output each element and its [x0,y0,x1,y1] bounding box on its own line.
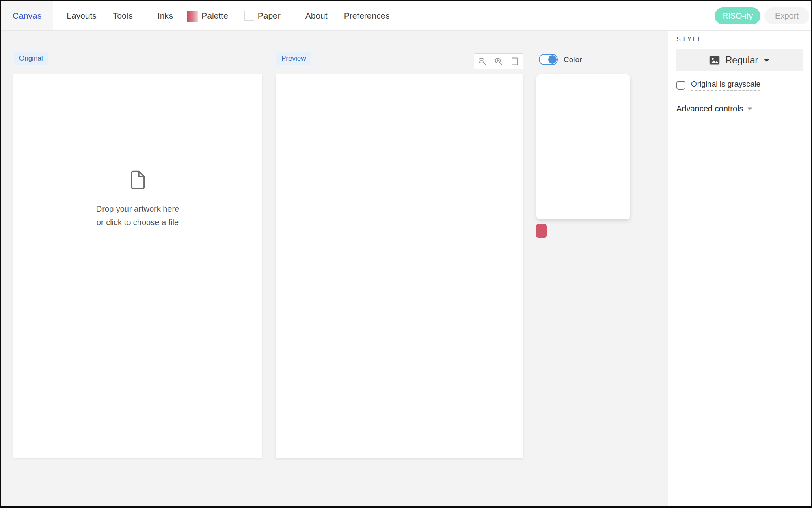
tab-tools[interactable]: Tools [113,11,133,21]
tab-canvas-label: Canvas [13,11,41,21]
risoify-button[interactable]: RISO-ify [715,7,760,24]
actual-size-button[interactable] [507,54,523,69]
dropzone-line2: or click to choose a file [96,216,179,229]
image-icon [709,54,720,66]
zoom-in-button[interactable] [490,54,506,69]
preview-zoom-controls [474,53,523,69]
preview-badge: Preview [276,52,311,65]
nav-divider [293,7,293,24]
preview-canvas [276,74,523,458]
zoom-in-icon [494,56,503,66]
style-sidebar: STYLE Regular Original is grayscale Adva… [668,31,811,506]
color-toggle-label: Color [564,55,582,64]
zoom-out-button[interactable] [474,54,490,69]
color-toggle-knob [548,55,557,64]
nav-divider [145,7,145,24]
palette-preview-card [536,74,630,219]
main-area: Original Drop your artwork here or click… [1,31,811,506]
tab-layouts-label: Layouts [67,11,97,21]
dropzone-content: Drop your artwork here or click to choos… [13,170,262,229]
tab-tools-label: Tools [113,11,133,21]
grayscale-checkbox-row: Original is grayscale [676,80,803,91]
palette-gradient-swatch-icon [187,11,198,22]
tab-canvas[interactable]: Canvas [1,1,53,30]
original-canvas-dropzone[interactable]: Drop your artwork here or click to choos… [13,74,262,458]
color-toggle[interactable] [539,54,558,65]
top-navbar: Canvas Layouts Tools Inks Palette Paper … [1,1,811,31]
advanced-controls-label: Advanced controls [676,104,743,113]
tab-preferences-label: Preferences [344,11,390,21]
tab-preferences[interactable]: Preferences [344,11,390,21]
export-button[interactable]: Export [764,7,809,24]
sidebar-heading: STYLE [676,36,803,43]
advanced-controls-toggle[interactable]: Advanced controls [676,104,803,113]
dropzone-line1: Drop your artwork here [96,202,179,216]
nav-left-group: Canvas Layouts Tools Inks Palette Paper … [1,1,390,30]
grayscale-checkbox[interactable] [676,81,685,90]
style-select-value: Regular [726,55,758,66]
original-badge: Original [14,52,48,65]
tab-paper[interactable]: Paper [244,11,281,21]
square-icon [510,56,520,66]
style-select-dropdown[interactable]: Regular [676,49,803,71]
risoify-button-label: RISO-ify [722,11,753,21]
color-toggle-row: Color [539,54,582,65]
file-icon [130,170,145,189]
dropzone-text: Drop your artwork here or click to choos… [96,202,179,229]
export-button-label: Export [775,11,799,21]
chevron-down-icon [747,107,753,111]
tab-palette-label: Palette [201,11,228,21]
tab-about[interactable]: About [305,11,328,21]
grayscale-checkbox-label[interactable]: Original is grayscale [691,80,760,91]
tab-palette[interactable]: Palette [187,11,228,22]
tab-about-label: About [305,11,328,21]
zoom-out-icon [477,56,487,66]
tab-inks-label: Inks [158,11,173,21]
ink-swatch[interactable] [536,224,547,238]
chevron-down-icon [763,58,770,63]
tab-inks[interactable]: Inks [158,11,173,21]
paper-swatch-icon [244,11,254,21]
tab-paper-label: Paper [258,11,281,21]
tab-layouts[interactable]: Layouts [67,11,97,21]
